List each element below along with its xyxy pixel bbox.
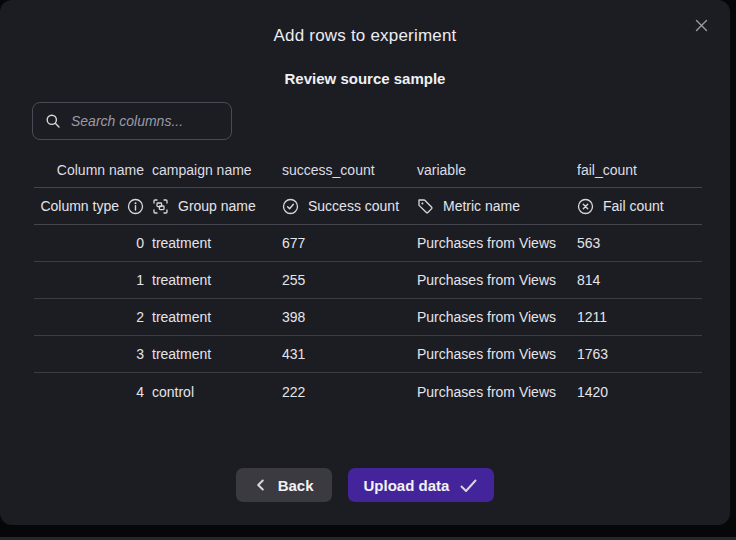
column-type-label: Column type — [40, 198, 119, 214]
campaign-cell: treatment — [152, 262, 282, 298]
variable-cell: Purchases from Views — [417, 225, 577, 261]
upload-button-label: Upload data — [364, 477, 450, 494]
back-button-label: Back — [278, 477, 314, 494]
fail-cell: 1763 — [577, 336, 702, 372]
check-icon — [459, 478, 478, 493]
type-cell-metric[interactable]: Metric name — [417, 188, 577, 224]
variable-cell: Purchases from Views — [417, 262, 577, 298]
header-success-count: success_count — [282, 152, 417, 187]
campaign-cell: treatment — [152, 225, 282, 261]
success-cell: 255 — [282, 262, 417, 298]
chevron-left-icon — [254, 478, 268, 492]
table-row: 4 control 222 Purchases from Views 1420 — [34, 373, 702, 410]
campaign-cell: treatment — [152, 299, 282, 335]
type-cell-fail[interactable]: Fail count — [577, 188, 702, 224]
table-header-row: Column name campaign name success_count … — [34, 152, 702, 188]
fail-cell: 1420 — [577, 373, 702, 410]
header-column-name: Column name — [34, 152, 152, 187]
success-cell: 398 — [282, 299, 417, 335]
fail-cell: 814 — [577, 262, 702, 298]
campaign-cell: control — [152, 373, 282, 410]
fail-cell: 1211 — [577, 299, 702, 335]
sample-table: Column name campaign name success_count … — [34, 152, 702, 410]
type-cell-success[interactable]: Success count — [282, 188, 417, 224]
search-icon — [45, 113, 61, 129]
row-index: 0 — [34, 225, 152, 261]
success-cell: 677 — [282, 225, 417, 261]
footer-actions: Back Upload data — [0, 468, 730, 502]
table-row: 2 treatment 398 Purchases from Views 121… — [34, 299, 702, 336]
x-circle-icon — [577, 198, 594, 215]
header-variable: variable — [417, 152, 577, 187]
campaign-cell: treatment — [152, 336, 282, 372]
type-label-metric: Metric name — [443, 198, 520, 214]
type-cell-group[interactable]: Group name — [152, 188, 282, 224]
group-icon — [152, 198, 169, 215]
table-row: 0 treatment 677 Purchases from Views 563 — [34, 225, 702, 262]
step-subtitle: Review source sample — [0, 70, 730, 87]
type-label-group: Group name — [178, 198, 256, 214]
success-cell: 222 — [282, 373, 417, 410]
tag-icon — [417, 198, 434, 215]
type-label-fail: Fail count — [603, 198, 664, 214]
variable-cell: Purchases from Views — [417, 299, 577, 335]
add-rows-modal: Add rows to experiment Review source sam… — [0, 0, 730, 525]
type-label-success: Success count — [308, 198, 399, 214]
row-index: 4 — [34, 373, 152, 410]
fail-cell: 563 — [577, 225, 702, 261]
modal-title: Add rows to experiment — [0, 26, 730, 46]
header-campaign-name: campaign name — [152, 152, 282, 187]
variable-cell: Purchases from Views — [417, 373, 577, 410]
upload-data-button[interactable]: Upload data — [348, 468, 495, 502]
header-fail-count: fail_count — [577, 152, 702, 187]
row-index: 2 — [34, 299, 152, 335]
check-circle-icon — [282, 198, 299, 215]
table-row: 1 treatment 255 Purchases from Views 814 — [34, 262, 702, 299]
row-index: 3 — [34, 336, 152, 372]
table-row: 3 treatment 431 Purchases from Views 176… — [34, 336, 702, 373]
column-type-label-cell: Column type — [34, 188, 152, 224]
search-input[interactable] — [71, 113, 219, 129]
variable-cell: Purchases from Views — [417, 336, 577, 372]
info-icon[interactable] — [127, 198, 144, 215]
back-button[interactable]: Back — [236, 468, 332, 502]
column-type-row: Column type Group name Success count — [34, 188, 702, 225]
success-cell: 431 — [282, 336, 417, 372]
search-input-wrapper — [32, 102, 232, 140]
row-index: 1 — [34, 262, 152, 298]
